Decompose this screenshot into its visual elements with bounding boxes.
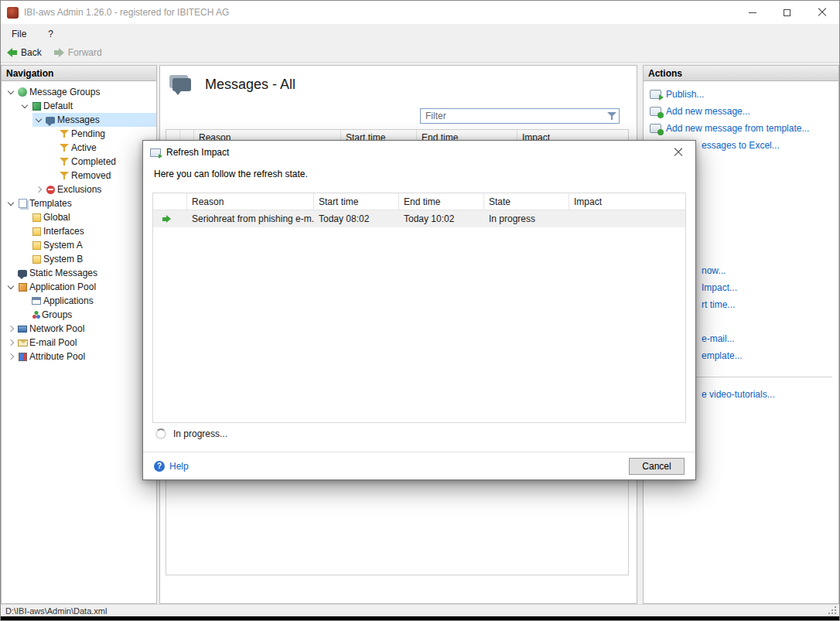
funnel-pending-icon: [59, 128, 70, 139]
navigation-panel: Navigation Message Groups Default Messag…: [1, 65, 157, 604]
add-message-icon: [650, 107, 661, 116]
dialog-description: Here you can follow the refresh state.: [143, 164, 695, 179]
nav-item-templates[interactable]: Templates: [5, 196, 156, 210]
add-message-template-icon: [650, 124, 661, 133]
nav-item-pending[interactable]: Pending: [46, 127, 156, 141]
column-reason[interactable]: Reason: [187, 193, 314, 210]
action-fragment-start-time[interactable]: rt time...: [702, 299, 735, 310]
minimize-button[interactable]: [735, 1, 770, 24]
action-label: emplate...: [702, 350, 743, 361]
column-end-time[interactable]: End time: [399, 193, 484, 210]
nav-item-global[interactable]: Global: [19, 210, 156, 224]
chevron-down-icon[interactable]: [5, 281, 17, 293]
template-icon: [31, 226, 42, 237]
nav-item-default[interactable]: Default: [19, 99, 156, 113]
refresh-table-header: Reason Start time End time State Impact: [153, 193, 685, 210]
template-icon: [31, 212, 42, 223]
messages-icon: [45, 114, 56, 125]
chevron-down-icon[interactable]: [32, 114, 45, 126]
chevron-right-icon[interactable]: [5, 322, 17, 335]
groups-icon: [31, 310, 40, 319]
forward-label: Forward: [68, 47, 102, 58]
resize-grip-icon[interactable]: [828, 606, 836, 614]
nav-item-completed[interactable]: Completed: [46, 155, 156, 169]
spinner-icon: [155, 428, 166, 439]
action-label: Publish...: [666, 89, 704, 100]
action-label: Impact...: [702, 282, 737, 293]
chevron-down-icon[interactable]: [5, 197, 17, 210]
filter-box: [420, 108, 620, 124]
nav-item-exclusions[interactable]: Exclusions: [32, 183, 156, 196]
help-icon: [154, 461, 165, 472]
action-fragment-now[interactable]: now...: [702, 265, 726, 276]
column-state[interactable]: State: [484, 193, 569, 210]
actions-header: Actions: [644, 66, 838, 81]
chevron-right-icon[interactable]: [5, 336, 17, 349]
navigation-header: Navigation: [2, 66, 156, 81]
action-fragment-impact[interactable]: Impact...: [702, 282, 737, 293]
filter-input[interactable]: [421, 109, 606, 123]
template-icon: [31, 240, 42, 251]
nav-item-attribute-pool[interactable]: Attribute Pool: [5, 350, 156, 363]
taskbar-strip: [1, 616, 839, 621]
action-add-message-from-template[interactable]: Add new message from template...: [650, 123, 809, 134]
action-publish[interactable]: Publish...: [650, 89, 704, 100]
refresh-state-table: Reason Start time End time State Impact …: [152, 193, 686, 423]
nav-item-applications[interactable]: Applications: [19, 294, 156, 308]
table-row[interactable]: Seriohreat from phishing e-m... Today 08…: [153, 210, 685, 227]
template-icon: [31, 254, 42, 264]
nav-item-system-a[interactable]: System A: [19, 238, 156, 252]
nav-item-interfaces[interactable]: Interfaces: [19, 224, 156, 238]
back-button[interactable]: Back: [7, 47, 42, 58]
column-state-icon[interactable]: [153, 193, 187, 210]
action-export-excel-fragment[interactable]: essages to Excel...: [702, 140, 780, 151]
chevron-down-icon[interactable]: [19, 100, 31, 112]
progress-status: In progress...: [155, 428, 227, 439]
column-impact[interactable]: Impact: [569, 193, 685, 210]
nav-item-message-groups[interactable]: Message Groups: [5, 85, 156, 99]
navigation-tree: Message Groups Default Messages Pending: [2, 81, 156, 363]
nav-item-groups[interactable]: Groups: [19, 308, 156, 322]
chevron-down-icon[interactable]: [5, 86, 17, 98]
row-reason: Seriohreat from phishing e-m...: [187, 213, 314, 224]
action-video-tutorials-fragment[interactable]: e video-tutorials...: [702, 389, 775, 400]
nav-item-network-pool[interactable]: Network Pool: [5, 322, 156, 336]
maximize-button[interactable]: [770, 1, 804, 24]
action-fragment-email[interactable]: e-mail...: [702, 333, 735, 344]
chevron-right-icon[interactable]: [32, 183, 45, 196]
forward-arrow-icon: [54, 48, 64, 57]
main-header: Messages - All: [160, 66, 637, 93]
action-label: now...: [702, 265, 726, 276]
action-label: e video-tutorials...: [702, 389, 775, 400]
nav-item-system-b[interactable]: System B: [19, 252, 156, 266]
action-label: e-mail...: [702, 333, 735, 344]
action-label: Add new message...: [666, 106, 750, 117]
column-start-time[interactable]: Start time: [314, 193, 399, 210]
forward-button[interactable]: Forward: [54, 47, 102, 58]
nav-item-static-messages[interactable]: Static Messages: [5, 266, 156, 280]
dialog-close-button[interactable]: [661, 141, 695, 164]
progress-label: In progress...: [173, 428, 227, 439]
application-pool-icon: [17, 281, 28, 292]
action-add-new-message[interactable]: Add new message...: [650, 106, 750, 117]
close-button[interactable]: [804, 1, 839, 24]
window-title: IBI-aws Admin 1.26.0 - registered for IB…: [24, 7, 229, 18]
action-fragment-template[interactable]: emplate...: [702, 350, 743, 361]
filter-icon[interactable]: [606, 111, 617, 121]
cancel-button[interactable]: Cancel: [629, 458, 685, 475]
help-link[interactable]: Help: [154, 461, 189, 472]
row-state: In progress: [484, 213, 569, 224]
in-progress-arrow-icon: [162, 215, 171, 223]
menu-help[interactable]: ?: [45, 27, 56, 41]
chevron-right-icon[interactable]: [5, 350, 17, 363]
nav-item-application-pool[interactable]: Application Pool: [5, 280, 156, 294]
back-label: Back: [21, 47, 42, 58]
nav-item-removed[interactable]: Removed: [46, 169, 156, 183]
dialog-titlebar: Refresh Impact: [143, 141, 695, 164]
menu-file[interactable]: File: [9, 27, 29, 41]
nav-toolbar: Back Forward: [1, 43, 839, 63]
nav-item-email-pool[interactable]: E-mail Pool: [5, 336, 156, 350]
dialog-footer: Help Cancel: [143, 452, 695, 479]
nav-item-messages[interactable]: Messages: [32, 113, 156, 127]
nav-item-active[interactable]: Active: [46, 141, 156, 155]
